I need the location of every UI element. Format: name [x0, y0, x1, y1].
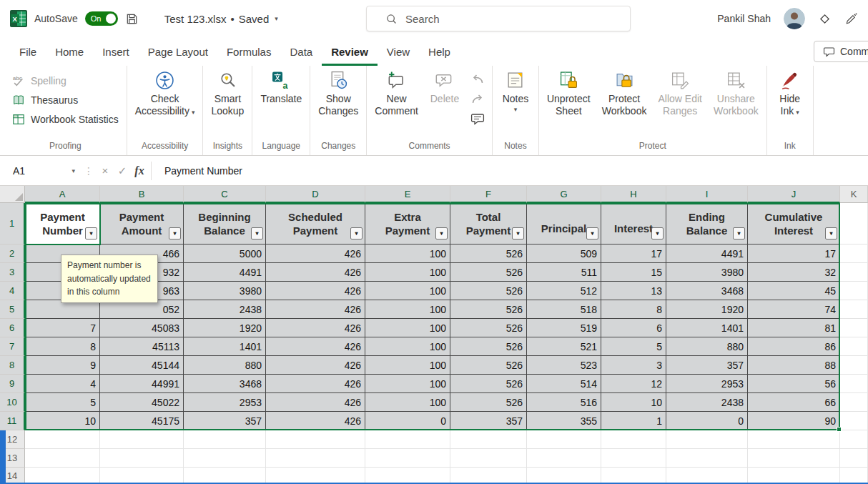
- tab-formulas[interactable]: Formulas: [217, 37, 281, 66]
- cell-A8[interactable]: 9: [25, 356, 100, 375]
- cell-D10[interactable]: 426: [266, 393, 365, 412]
- cell-G12[interactable]: [527, 430, 601, 449]
- cell-K8[interactable]: [840, 356, 868, 375]
- cell-J11[interactable]: 90: [748, 412, 840, 430]
- cell-J2[interactable]: 17: [748, 245, 840, 263]
- cell-E6[interactable]: 100: [365, 319, 450, 337]
- header-cell-F1[interactable]: TotalPayment▾: [450, 203, 527, 245]
- cell-I6[interactable]: 1401: [666, 319, 748, 337]
- cell-I13[interactable]: [666, 449, 748, 468]
- translate-button[interactable]: aTranslate: [255, 66, 307, 105]
- filter-button[interactable]: ▾: [435, 227, 448, 239]
- row-header-1[interactable]: 1: [0, 203, 25, 245]
- cell-H13[interactable]: [601, 449, 666, 468]
- cell-A10[interactable]: 5: [25, 393, 100, 412]
- cell-K1[interactable]: [840, 203, 868, 245]
- cell-J4[interactable]: 45: [748, 282, 840, 300]
- cell-H10[interactable]: 10: [601, 393, 666, 412]
- cell-B11[interactable]: 45175: [100, 412, 184, 430]
- cell-I2[interactable]: 4491: [666, 245, 748, 263]
- cell-J9[interactable]: 56: [748, 375, 840, 393]
- header-cell-E1[interactable]: ExtraPayment▾: [365, 203, 450, 245]
- cell-C10[interactable]: 2953: [184, 393, 266, 412]
- cell-B13[interactable]: [100, 449, 184, 468]
- filter-button[interactable]: ▾: [512, 227, 524, 239]
- tab-view[interactable]: View: [378, 37, 419, 66]
- cell-I11[interactable]: 0: [666, 412, 748, 430]
- cell-D7[interactable]: 426: [266, 337, 365, 356]
- cell-F8[interactable]: 526: [450, 356, 527, 375]
- formula-input[interactable]: Payment Number: [154, 156, 868, 185]
- fill-handle[interactable]: [837, 427, 842, 432]
- cell-F2[interactable]: 526: [450, 245, 527, 263]
- cell-K3[interactable]: [840, 263, 868, 282]
- cell-A14[interactable]: [25, 468, 100, 484]
- delete-button[interactable]: Delete: [424, 66, 465, 105]
- column-header-G[interactable]: G: [527, 186, 601, 203]
- cell-B7[interactable]: 45113: [100, 337, 184, 356]
- cell-G4[interactable]: 512: [527, 282, 601, 300]
- enter-icon[interactable]: ✓: [114, 164, 131, 177]
- column-header-I[interactable]: I: [666, 186, 748, 203]
- cell-K13[interactable]: [840, 449, 868, 468]
- hide-ink-button[interactable]: HideInk▾: [769, 66, 811, 119]
- cell-F5[interactable]: 526: [450, 300, 527, 319]
- cell-E11[interactable]: 0: [365, 412, 450, 430]
- cell-A11[interactable]: 10: [25, 412, 100, 430]
- autosave-toggle[interactable]: On: [85, 11, 118, 26]
- cell-A13[interactable]: [25, 449, 100, 468]
- cell-C2[interactable]: 5000: [184, 245, 266, 263]
- avatar[interactable]: [784, 8, 805, 29]
- check-accessibility-button[interactable]: CheckAccessibility▾: [129, 66, 201, 119]
- cell-F6[interactable]: 526: [450, 319, 527, 337]
- cell-D2[interactable]: 426: [266, 245, 365, 263]
- cell-C14[interactable]: [184, 468, 266, 484]
- cell-C4[interactable]: 3980: [184, 282, 266, 300]
- header-cell-A1[interactable]: PaymentNumber▾: [25, 203, 100, 245]
- filter-button[interactable]: ▾: [651, 227, 664, 239]
- cell-I7[interactable]: 880: [666, 337, 748, 356]
- cell-I9[interactable]: 2953: [666, 375, 748, 393]
- thesaurus-button[interactable]: Thesaurus: [6, 92, 124, 109]
- row-header-8[interactable]: 8: [0, 356, 25, 375]
- allow-edit-ranges-button[interactable]: Allow EditRanges: [652, 66, 707, 117]
- filter-button[interactable]: ▾: [85, 227, 97, 239]
- cell-A12[interactable]: [25, 430, 100, 449]
- cell-K5[interactable]: [840, 300, 868, 319]
- cell-E10[interactable]: 100: [365, 393, 450, 412]
- cell-I10[interactable]: 2438: [666, 393, 748, 412]
- cell-E13[interactable]: [365, 449, 450, 468]
- row-header-10[interactable]: 10: [0, 393, 25, 412]
- smart-lookup-button[interactable]: SmartLookup: [205, 66, 250, 117]
- comments-button[interactable]: Comma: [814, 41, 868, 62]
- workbook-statistics-button[interactable]: 123Workbook Statistics: [6, 111, 124, 128]
- cell-B10[interactable]: 45022: [100, 393, 184, 412]
- header-cell-C1[interactable]: BeginningBalance▾: [184, 203, 266, 245]
- column-header-C[interactable]: C: [184, 186, 266, 203]
- filter-button[interactable]: ▾: [733, 227, 745, 239]
- cell-F14[interactable]: [450, 468, 527, 484]
- cell-C11[interactable]: 357: [184, 412, 266, 430]
- protect-workbook-button[interactable]: ProtectWorkbook: [596, 66, 653, 117]
- cell-H12[interactable]: [601, 430, 666, 449]
- cell-F11[interactable]: 357: [450, 412, 527, 430]
- tab-home[interactable]: Home: [46, 37, 93, 66]
- user-name[interactable]: Pankil Shah: [717, 13, 771, 24]
- cell-G11[interactable]: 355: [527, 412, 601, 430]
- cell-D14[interactable]: [266, 468, 365, 484]
- tab-help[interactable]: Help: [419, 37, 460, 66]
- row-header-11[interactable]: 11: [0, 412, 25, 430]
- filter-button[interactable]: ▾: [251, 227, 263, 239]
- row-header-2[interactable]: 2: [0, 245, 25, 263]
- row-header-6[interactable]: 6: [0, 319, 25, 337]
- cell-E8[interactable]: 100: [365, 356, 450, 375]
- cell-C12[interactable]: [184, 430, 266, 449]
- cell-D4[interactable]: 426: [266, 282, 365, 300]
- cell-J6[interactable]: 81: [748, 319, 840, 337]
- cell-I4[interactable]: 3468: [666, 282, 748, 300]
- spelling-button[interactable]: abcSpelling: [6, 72, 124, 89]
- cell-H3[interactable]: 15: [601, 263, 666, 282]
- cell-G2[interactable]: 509: [527, 245, 601, 263]
- cell-E5[interactable]: 100: [365, 300, 450, 319]
- cell-J3[interactable]: 32: [748, 263, 840, 282]
